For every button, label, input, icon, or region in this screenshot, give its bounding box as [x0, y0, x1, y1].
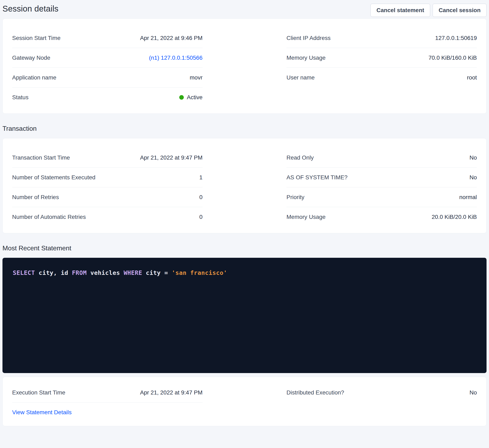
execution-start-time-row: Execution Start Time Apr 21, 2022 at 9:4… — [12, 383, 203, 403]
status-active-text: Active — [187, 94, 203, 101]
transaction-start-time-value: Apr 21, 2022 at 9:47 PM — [140, 154, 203, 161]
client-ip-row: Client IP Address 127.0.0.1:50619 — [286, 28, 477, 48]
transaction-start-time-row: Transaction Start Time Apr 21, 2022 at 9… — [12, 148, 203, 168]
transaction-memory-usage-label: Memory Usage — [286, 214, 326, 220]
sql-statement-text: SELECT city, id FROM vehicles WHERE city… — [13, 269, 476, 276]
sql-token-where: WHERE — [124, 269, 142, 276]
execution-start-time-label: Execution Start Time — [12, 389, 65, 396]
application-name-label: Application name — [12, 74, 56, 81]
gateway-node-label: Gateway Node — [12, 55, 50, 61]
number-of-retries-label: Number of Retries — [12, 194, 59, 200]
view-statement-details-row: View Statement Details — [12, 403, 203, 422]
sql-token-from: FROM — [72, 269, 87, 276]
application-name-value: movr — [190, 74, 203, 81]
sql-token-condition: city = — [142, 269, 172, 276]
automatic-retries-row: Number of Automatic Retries 0 — [12, 207, 203, 227]
as-of-system-time-value: No — [469, 174, 477, 181]
number-of-retries-row: Number of Retries 0 — [12, 187, 203, 207]
read-only-row: Read Only No — [286, 148, 477, 168]
transaction-left-column: Transaction Start Time Apr 21, 2022 at 9… — [12, 148, 203, 227]
gateway-node-link[interactable]: (n1) 127.0.0.1:50566 — [149, 55, 203, 61]
session-memory-usage-row: Memory Usage 70.0 KiB/160.0 KiB — [286, 48, 477, 68]
page-title: Session details — [2, 4, 58, 13]
read-only-label: Read Only — [286, 154, 314, 161]
statements-executed-value: 1 — [199, 174, 203, 181]
session-memory-usage-label: Memory Usage — [286, 55, 326, 61]
session-summary-card: Session Start Time Apr 21, 2022 at 9:46 … — [2, 18, 487, 114]
session-summary-right-column: Client IP Address 127.0.0.1:50619 Memory… — [286, 28, 477, 107]
sql-token-table: vehicles — [87, 269, 124, 276]
session-details-page: Session details Cancel statement Cancel … — [0, 0, 489, 426]
automatic-retries-label: Number of Automatic Retries — [12, 214, 86, 220]
read-only-value: No — [469, 154, 477, 161]
number-of-retries-value: 0 — [199, 194, 203, 200]
execution-right-column: Distributed Execution? No — [286, 383, 477, 422]
transaction-memory-usage-row: Memory Usage 20.0 KiB/20.0 KiB — [286, 207, 477, 227]
statements-executed-label: Number of Statements Executed — [12, 174, 96, 181]
user-name-label: User name — [286, 74, 315, 81]
sql-token-select: SELECT — [13, 269, 35, 276]
client-ip-label: Client IP Address — [286, 35, 331, 41]
transaction-memory-usage-value: 20.0 KiB/20.0 KiB — [432, 214, 477, 220]
as-of-system-time-row: AS OF SYSTEM TIME? No — [286, 168, 477, 187]
priority-label: Priority — [286, 194, 304, 200]
priority-value: normal — [459, 194, 477, 200]
header-buttons: Cancel statement Cancel session — [370, 4, 487, 17]
client-ip-value: 127.0.0.1:50619 — [435, 35, 477, 41]
statements-executed-row: Number of Statements Executed 1 — [12, 168, 203, 187]
distributed-execution-row: Distributed Execution? No — [286, 383, 477, 403]
status-row: Status Active — [12, 88, 203, 107]
status-label: Status — [12, 94, 28, 101]
sql-statement-box: SELECT city, id FROM vehicles WHERE city… — [2, 258, 487, 373]
transaction-section-heading: Transaction — [2, 125, 487, 132]
transaction-start-time-label: Transaction Start Time — [12, 154, 70, 161]
distributed-execution-label: Distributed Execution? — [286, 389, 344, 396]
user-name-value: root — [467, 74, 477, 81]
execution-start-time-value: Apr 21, 2022 at 9:47 PM — [140, 389, 203, 396]
status-active-dot-icon — [179, 95, 184, 100]
sql-token-string-literal: 'san francisco' — [172, 269, 227, 276]
application-name-row: Application name movr — [12, 68, 203, 88]
execution-card: Execution Start Time Apr 21, 2022 at 9:4… — [2, 377, 487, 426]
sql-token-columns: city, id — [35, 269, 72, 276]
session-start-time-label: Session Start Time — [12, 35, 60, 41]
status-value: Active — [179, 94, 203, 101]
transaction-card: Transaction Start Time Apr 21, 2022 at 9… — [2, 138, 487, 233]
execution-left-column: Execution Start Time Apr 21, 2022 at 9:4… — [12, 383, 203, 422]
most-recent-statement-heading: Most Recent Statement — [2, 244, 487, 252]
cancel-session-button[interactable]: Cancel session — [433, 4, 487, 17]
page-header: Session details Cancel statement Cancel … — [2, 0, 487, 18]
user-name-row: User name root — [286, 68, 477, 88]
priority-row: Priority normal — [286, 187, 477, 207]
automatic-retries-value: 0 — [199, 214, 203, 220]
transaction-right-column: Read Only No AS OF SYSTEM TIME? No Prior… — [286, 148, 477, 227]
session-memory-usage-value: 70.0 KiB/160.0 KiB — [429, 55, 477, 61]
session-start-time-row: Session Start Time Apr 21, 2022 at 9:46 … — [12, 28, 203, 48]
as-of-system-time-label: AS OF SYSTEM TIME? — [286, 174, 348, 181]
view-statement-details-link[interactable]: View Statement Details — [12, 409, 72, 416]
gateway-node-row: Gateway Node (n1) 127.0.0.1:50566 — [12, 48, 203, 68]
session-summary-left-column: Session Start Time Apr 21, 2022 at 9:46 … — [12, 28, 203, 107]
session-start-time-value: Apr 21, 2022 at 9:46 PM — [140, 35, 203, 41]
cancel-statement-button[interactable]: Cancel statement — [370, 4, 430, 17]
distributed-execution-value: No — [469, 389, 477, 396]
